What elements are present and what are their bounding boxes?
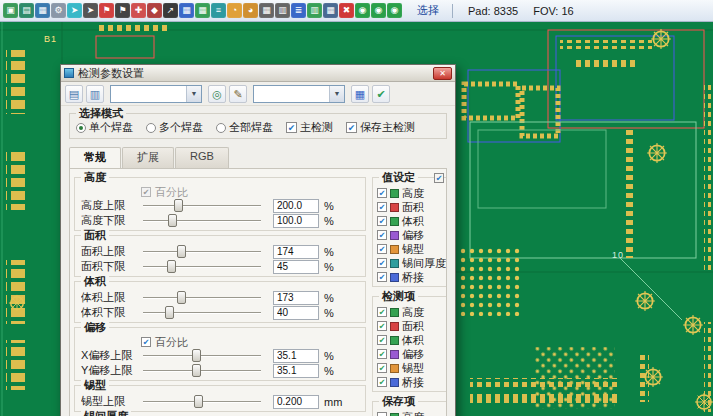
item-checkbox[interactable]: ✔	[377, 363, 387, 373]
save-items-group-item-height[interactable]: 高度	[377, 410, 446, 416]
radio-all-pads[interactable]: 全部焊盘	[216, 120, 273, 135]
value-setting-group-item-solder-shape[interactable]: ✔锡型	[377, 242, 446, 256]
detect-items-group-item-height[interactable]: ✔高度	[377, 305, 446, 319]
radio-multi-pad[interactable]: 多个焊盘	[146, 120, 203, 135]
shape-upper-input[interactable]	[273, 395, 319, 409]
chevron-down-icon[interactable]: ▼	[329, 86, 344, 102]
item-checkbox[interactable]: ✔	[377, 258, 387, 268]
edit-icon[interactable]: ✎	[229, 85, 247, 103]
slider-thumb[interactable]	[165, 306, 174, 319]
arrow-icon[interactable]: ↗	[163, 3, 178, 18]
slider-thumb[interactable]	[192, 349, 201, 362]
new-template-icon[interactable]: ▤	[65, 85, 83, 103]
template-combo-1[interactable]: ▼	[110, 85, 202, 103]
area-lower-slider[interactable]	[143, 260, 261, 273]
calculator-icon[interactable]: ▦	[323, 3, 338, 18]
x-offset-upper-input[interactable]	[273, 349, 319, 363]
detect-items-group-item-bridge[interactable]: ✔桥接	[377, 375, 446, 389]
volume-lower-input[interactable]	[273, 306, 319, 320]
cursor-cyan-icon[interactable]: ➤	[67, 3, 82, 18]
height-upper-input[interactable]	[273, 199, 319, 213]
copy-template-icon[interactable]: ▥	[86, 85, 104, 103]
slider-thumb[interactable]	[177, 291, 186, 304]
check-save-main-detect[interactable]: ✔保存主检测	[346, 120, 415, 135]
volume-lower-slider[interactable]	[143, 306, 261, 319]
volume-upper-input[interactable]	[273, 291, 319, 305]
delete-icon[interactable]: ✖	[339, 3, 354, 18]
save-settings-icon[interactable]: ✔	[372, 85, 390, 103]
tools-icon[interactable]: ⚙	[51, 3, 66, 18]
value-setting-group-item-bridge[interactable]: ✔桥接	[377, 270, 446, 284]
chevron-down-icon[interactable]: ▼	[186, 86, 201, 102]
stats-icon[interactable]: ▥	[307, 3, 322, 18]
percent-checkbox[interactable]: ✔	[141, 187, 151, 197]
y-offset-upper-slider[interactable]	[143, 364, 261, 377]
list-blue-icon[interactable]: ≣	[291, 3, 306, 18]
item-checkbox[interactable]: ✔	[377, 272, 387, 282]
value-setting-group-item-solder-thickness[interactable]: ✔锡间厚度	[377, 256, 446, 270]
x-offset-upper-slider[interactable]	[143, 349, 261, 362]
item-checkbox[interactable]: ✔	[377, 377, 387, 387]
board-icon[interactable]: ▤	[19, 3, 34, 18]
clock-icon[interactable]: ◔	[227, 3, 242, 18]
detect-items-group-item-area[interactable]: ✔面积	[377, 319, 446, 333]
item-checkbox[interactable]: ✔	[377, 349, 387, 359]
item-checkbox[interactable]	[377, 412, 387, 416]
slider-thumb[interactable]	[194, 395, 203, 408]
monitor-icon[interactable]: ▦	[35, 3, 50, 18]
value-setting-group-item-offset[interactable]: ✔偏移	[377, 228, 446, 242]
item-checkbox[interactable]: ✔	[377, 321, 387, 331]
run-up-icon[interactable]: ◉	[355, 3, 370, 18]
detect-items-group-item-solder-shape[interactable]: ✔锡型	[377, 361, 446, 375]
apply-grid-icon[interactable]: ▦	[351, 85, 369, 103]
pin-dark-icon[interactable]: ⚑	[115, 3, 130, 18]
height-upper-slider[interactable]	[143, 199, 261, 212]
slider-thumb[interactable]	[192, 364, 201, 377]
tab-general[interactable]: 常规	[69, 147, 121, 168]
area-upper-slider[interactable]	[143, 245, 261, 258]
item-checkbox[interactable]: ✔	[377, 202, 387, 212]
area-lower-input[interactable]	[273, 260, 319, 274]
detect-items-group-item-volume[interactable]: ✔体积	[377, 333, 446, 347]
close-icon[interactable]: ✕	[433, 67, 452, 80]
template-combo-2[interactable]: ▼	[253, 85, 345, 103]
slider-thumb[interactable]	[167, 260, 176, 273]
pick-target-icon[interactable]: ◎	[208, 85, 226, 103]
cursor-dark-icon[interactable]: ➤	[83, 3, 98, 18]
detect-items-group-item-offset[interactable]: ✔偏移	[377, 347, 446, 361]
image-icon[interactable]: ▣	[3, 3, 18, 18]
height-lower-slider[interactable]	[143, 214, 261, 227]
slider-thumb[interactable]	[174, 199, 183, 212]
tag-icon[interactable]: ◆	[147, 3, 162, 18]
history-icon[interactable]: ◕	[243, 3, 258, 18]
table-icon[interactable]: ▦	[259, 3, 274, 18]
value-setting-group-item-volume[interactable]: ✔体积	[377, 214, 446, 228]
grid-green-icon[interactable]: ▦	[195, 3, 210, 18]
height-lower-input[interactable]	[273, 214, 319, 228]
run-play-icon[interactable]: ◉	[371, 3, 386, 18]
check-main-detect[interactable]: ✔主检测	[286, 120, 333, 135]
dialog-titlebar[interactable]: 检测参数设置 ✕	[61, 65, 455, 82]
item-checkbox[interactable]: ✔	[377, 188, 387, 198]
volume-upper-slider[interactable]	[143, 291, 261, 304]
value-setting-group-item-height[interactable]: ✔高度	[377, 186, 446, 200]
tab-extended[interactable]: 扩展	[122, 147, 174, 168]
slider-thumb[interactable]	[168, 214, 177, 227]
radio-single-pad[interactable]: 单个焊盘	[76, 120, 133, 135]
slider-thumb[interactable]	[177, 245, 186, 258]
y-offset-upper-input[interactable]	[273, 364, 319, 378]
run-go-icon[interactable]: ◉	[387, 3, 402, 18]
grid-blue-icon[interactable]: ▦	[179, 3, 194, 18]
table-alt-icon[interactable]: ▥	[275, 3, 290, 18]
value-setting-group-item-area[interactable]: ✔面积	[377, 200, 446, 214]
pin-red-icon[interactable]: ⚑	[99, 3, 114, 18]
percent-checkbox[interactable]: ✔	[141, 337, 151, 347]
crosshair-icon[interactable]: ✚	[131, 3, 146, 18]
select-all-checkbox[interactable]: ✔	[434, 173, 444, 183]
layers-icon[interactable]: ≡	[211, 3, 226, 18]
shape-upper-slider[interactable]	[143, 395, 261, 408]
item-checkbox[interactable]: ✔	[377, 244, 387, 254]
item-checkbox[interactable]: ✔	[377, 230, 387, 240]
item-checkbox[interactable]: ✔	[377, 216, 387, 226]
item-checkbox[interactable]: ✔	[377, 307, 387, 317]
